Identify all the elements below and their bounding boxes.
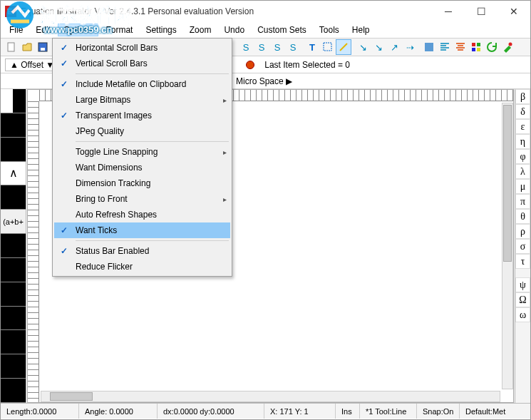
h-scroll-thumb[interactable] [50,392,93,401]
close-button[interactable]: ✕ [498,1,530,22]
tool-open[interactable] [19,39,35,55]
submenu-arrow-icon: ▸ [219,96,230,104]
tool-arrow2[interactable]: ↘ [371,39,386,55]
tool-s2[interactable]: S [254,39,269,55]
check-icon: ✓ [54,79,74,89]
palette-wedge-symbol[interactable]: ∧ [1,162,26,186]
opt-horizontal-scroll[interactable]: ✓Horizontal Scroll Bars [54,40,230,56]
svg-point-13 [509,43,512,46]
offset-control[interactable]: ▲ Offset ▼ [5,58,59,71]
micro-space-control[interactable]: Micro Space ▶ [236,76,292,86]
menu-help[interactable]: Help [346,24,376,36]
sym-pi[interactable]: π [515,194,530,209]
v-scroll-thumb[interactable] [503,105,512,262]
palette-black-9[interactable] [1,354,26,379]
palette-black-8[interactable] [1,330,26,354]
opt-transparent-images[interactable]: ✓Transparent Images [54,108,230,123]
opt-want-ticks[interactable]: ✓Want Ticks [54,222,230,238]
check-icon: ✓ [54,58,74,68]
opt-toggle-snapping[interactable]: Toggle Line Snapping▸ [54,144,230,160]
palette-wedge[interactable] [1,89,26,113]
palette-black-1[interactable] [1,113,26,138]
app-icon: E [5,6,16,17]
status-tool: *1 Tool:Line [360,404,417,419]
tool-line[interactable] [336,39,351,55]
tool-color[interactable] [421,39,437,55]
tool-new[interactable] [4,39,19,55]
tool-refresh[interactable] [484,39,500,55]
sym-delta[interactable]: δ [515,104,530,119]
opt-status-bar[interactable]: ✓Status Bar Enabled [54,243,230,259]
minimize-button[interactable]: ─ [432,1,465,22]
palette-black-7[interactable] [1,307,26,331]
submenu-arrow-icon: ▸ [219,148,230,156]
tool-align-center[interactable] [453,39,468,55]
menu-tools[interactable]: Tools [314,24,345,36]
sym-beta[interactable]: β [515,89,530,104]
tool-arrow3[interactable]: ↗ [386,39,402,55]
opt-auto-refresh[interactable]: Auto Refresh Shapes [54,207,230,222]
palette-black-6[interactable] [1,282,26,307]
vertical-scrollbar[interactable] [502,103,513,389]
sym-eta[interactable]: η [515,134,530,149]
opt-vertical-scroll[interactable]: ✓Vertical Scroll Bars [54,56,230,71]
svg-rect-3 [8,43,14,51]
opt-dimension-tracking[interactable]: Dimension Tracking [54,175,230,191]
palette-black-10[interactable] [1,379,26,403]
tool-tools[interactable] [500,39,515,55]
status-angle: Angle: 0.0000 [79,404,158,419]
menu-options[interactable]: Options [58,24,98,36]
opt-include-metafile[interactable]: ✓Include Metafile on Clipboard [54,76,230,92]
sym-sigma[interactable]: σ [515,239,530,254]
menu-zoom[interactable]: Zoom [184,24,217,36]
menu-settings[interactable]: Settings [140,24,182,36]
status-default: Default:Met [460,404,530,419]
opt-large-bitmaps[interactable]: Large Bitmaps▸ [54,92,230,108]
palette-black-4[interactable] [1,234,26,258]
opt-jpeg-quality[interactable]: JPeg Quality [54,123,230,139]
menu-undo[interactable]: Undo [218,24,250,36]
sym-tau[interactable]: τ [515,254,530,269]
maximize-button[interactable]: ☐ [465,1,498,22]
sym-mu[interactable]: μ [515,179,530,194]
sym-rho[interactable]: ρ [515,224,530,239]
tool-text[interactable]: T [304,39,320,55]
tool-arrow4[interactable]: ⇢ [402,39,418,55]
sym-psi[interactable]: ψ [515,277,530,292]
status-dxdy: dx:0.0000 dy:0.0000 [158,404,264,419]
palette-black-2[interactable] [1,138,26,162]
palette-black-3[interactable] [1,185,26,210]
svg-rect-5 [41,48,45,51]
tool-s3[interactable]: S [269,39,285,55]
svg-rect-9 [472,43,475,46]
tool-s4[interactable]: S [285,39,301,55]
status-length: Length:0.0000 [1,404,79,419]
opt-reduce-flicker[interactable]: Reduce Flicker [54,259,230,275]
menu-edit[interactable]: Edit [30,24,56,36]
opt-want-dimensions[interactable]: Want Dimensions [54,160,230,175]
tool-align-left[interactable] [437,39,453,55]
menu-file[interactable]: File [4,24,29,36]
tool-grid[interactable] [468,39,484,55]
sym-lambda[interactable]: λ [515,164,530,179]
tool-save[interactable] [35,39,51,55]
window-title: Equation Illustrator V. Ver 2.4.3.1 Pers… [21,6,254,16]
check-icon: ✓ [54,43,74,53]
menu-custom-sets[interactable]: Custom Sets [252,24,312,36]
check-icon: ✓ [54,246,74,256]
sym-phi[interactable]: φ [515,149,530,164]
tool-select[interactable] [320,39,336,55]
sym-epsilon[interactable]: ε [515,119,530,134]
opt-bring-to-front[interactable]: Bring to Front▸ [54,191,230,207]
tool-arrow1[interactable]: ↘ [355,39,371,55]
last-item-selected-label: Last Item Selected = 0 [264,60,350,70]
sym-Omega[interactable]: Ω [515,292,530,307]
sym-omega[interactable]: ω [515,307,530,322]
palette-black-5[interactable] [1,258,26,282]
menu-format[interactable]: Format [100,24,138,36]
tool-s1[interactable]: S [238,39,254,55]
sym-theta[interactable]: θ [515,209,530,224]
status-light-icon [246,61,254,69]
horizontal-scrollbar[interactable] [41,391,500,402]
palette-expr-label[interactable]: (a+b+ [1,210,26,234]
